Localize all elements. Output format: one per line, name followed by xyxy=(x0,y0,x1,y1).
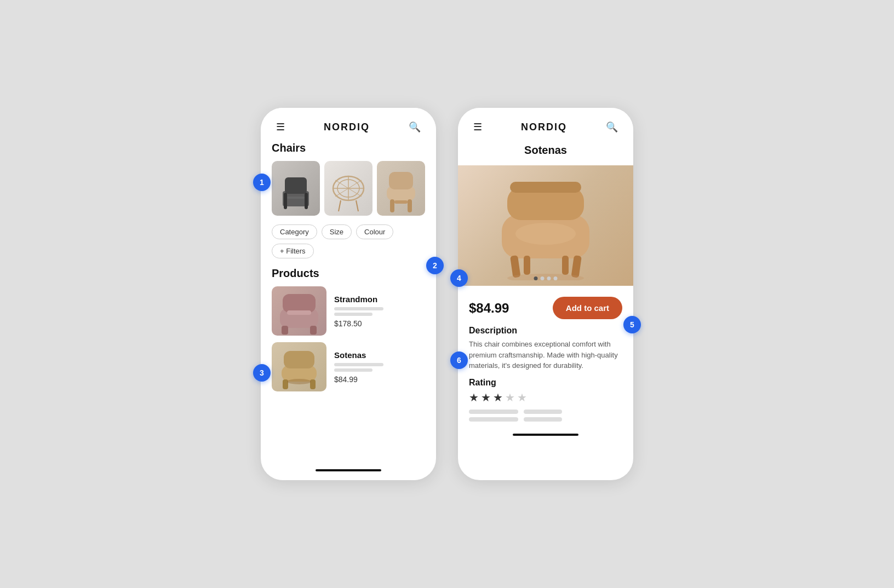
search-icon[interactable]: 🔍 xyxy=(406,119,423,135)
detail-search-icon[interactable]: 🔍 xyxy=(604,119,620,135)
svg-rect-14 xyxy=(389,172,413,189)
svg-point-35 xyxy=(515,223,576,245)
detail-price: $84.99 xyxy=(469,301,509,316)
detail-menu-icon[interactable]: ☰ xyxy=(471,119,484,135)
rating-bar-seg-3 xyxy=(469,417,518,422)
product-name-strandmon: Strandmon xyxy=(334,295,425,304)
rating-bar-seg-1 xyxy=(469,410,518,414)
badge-6: 6 xyxy=(450,351,468,369)
svg-rect-25 xyxy=(283,379,288,389)
star-5: ★ xyxy=(517,391,527,404)
star-3: ★ xyxy=(493,391,503,404)
svg-rect-32 xyxy=(571,255,582,278)
star-2: ★ xyxy=(481,391,491,404)
product-bar-2 xyxy=(334,313,373,316)
rating-bar-row-2 xyxy=(469,417,622,422)
svg-line-12 xyxy=(356,200,358,211)
dot-1 xyxy=(534,276,538,280)
product-bar-4 xyxy=(334,368,373,372)
svg-rect-3 xyxy=(305,193,308,209)
phone-listing-wrapper: 1 2 3 ☰ NORDIQ 🔍 Chairs xyxy=(261,108,436,480)
chair-image-2[interactable] xyxy=(324,161,373,216)
svg-rect-33 xyxy=(524,256,530,275)
filter-bar: Category Size Colour + Filters xyxy=(272,224,425,258)
svg-rect-2 xyxy=(284,193,287,209)
rating-bar-row-1 xyxy=(469,410,622,414)
add-to-cart-button[interactable]: Add to cart xyxy=(553,297,622,319)
svg-rect-31 xyxy=(510,255,520,278)
rating-bar-seg-4 xyxy=(524,417,562,422)
svg-rect-20 xyxy=(282,326,288,335)
product-name-sotenas: Sotenas xyxy=(334,350,425,360)
star-1: ★ xyxy=(469,391,479,404)
badge-3: 3 xyxy=(253,364,271,382)
brand-logo: NORDIQ xyxy=(324,122,370,133)
product-image-sotenas xyxy=(272,342,326,391)
svg-rect-26 xyxy=(310,379,316,389)
badge-1: 1 xyxy=(253,174,271,191)
listing-header: ☰ NORDIQ 🔍 xyxy=(261,108,436,142)
product-price-strandmon: $178.50 xyxy=(334,319,425,328)
price-cart-row: $84.99 Add to cart xyxy=(458,290,633,326)
products-title: Products xyxy=(272,267,425,280)
menu-icon[interactable]: ☰ xyxy=(274,119,287,135)
rating-stars: ★ ★ ★ ★ ★ xyxy=(469,391,622,404)
filter-category[interactable]: Category xyxy=(272,224,317,239)
svg-rect-4 xyxy=(287,197,305,199)
screens-container: 1 2 3 ☰ NORDIQ 🔍 Chairs xyxy=(261,108,633,480)
home-indicator-1 xyxy=(316,469,381,471)
badge-2: 2 xyxy=(426,257,444,274)
badge-5: 5 xyxy=(623,316,641,333)
filter-size[interactable]: Size xyxy=(322,224,352,239)
svg-rect-22 xyxy=(287,310,311,315)
svg-rect-34 xyxy=(562,256,569,275)
svg-rect-30 xyxy=(510,182,581,193)
chair-images-row xyxy=(272,161,425,216)
phone-listing: ☰ NORDIQ 🔍 Chairs xyxy=(261,108,436,480)
description-section: Description This chair combines exceptio… xyxy=(458,326,633,378)
svg-rect-15 xyxy=(390,199,394,212)
product-price-sotenas: $84.99 xyxy=(334,375,425,384)
rating-bars xyxy=(469,410,622,422)
product-bar-3 xyxy=(334,363,383,366)
rating-bar-seg-2 xyxy=(524,410,562,414)
rating-title: Rating xyxy=(469,378,622,388)
svg-rect-1 xyxy=(285,177,307,194)
phone-detail-wrapper: 4 5 6 ☰ NORDIQ 🔍 Sotenas xyxy=(458,108,633,480)
badge-4: 4 xyxy=(450,269,468,287)
product-detail-image[interactable] xyxy=(458,165,633,286)
svg-point-27 xyxy=(287,379,311,384)
svg-rect-21 xyxy=(310,326,317,335)
svg-line-11 xyxy=(339,200,341,211)
filter-colour[interactable]: Colour xyxy=(356,224,393,239)
dot-3 xyxy=(547,276,551,280)
star-4: ★ xyxy=(505,391,515,404)
detail-header: ☰ NORDIQ 🔍 xyxy=(458,108,633,142)
chair-image-3[interactable] xyxy=(377,161,425,216)
category-title: Chairs xyxy=(272,142,425,154)
product-image-strandmon xyxy=(272,286,326,336)
image-dots xyxy=(534,276,558,280)
detail-brand-logo: NORDIQ xyxy=(521,122,567,133)
listing-content: Chairs xyxy=(261,142,436,464)
chair-image-1[interactable] xyxy=(272,161,320,216)
svg-rect-16 xyxy=(408,199,412,212)
phone-detail: ☰ NORDIQ 🔍 Sotenas xyxy=(458,108,633,480)
svg-rect-17 xyxy=(394,200,408,204)
svg-rect-24 xyxy=(284,351,314,368)
description-title: Description xyxy=(469,326,622,336)
product-detail-title: Sotenas xyxy=(458,142,633,161)
svg-rect-19 xyxy=(283,294,316,313)
rating-section: Rating ★ ★ ★ ★ ★ xyxy=(458,378,633,428)
description-text: This chair combines exceptional comfort … xyxy=(469,339,622,371)
home-indicator-2 xyxy=(513,434,578,436)
products-section: Products xyxy=(272,267,425,391)
product-item-strandmon[interactable]: Strandmon $178.50 xyxy=(272,286,425,336)
product-item-sotenas[interactable]: Sotenas $84.99 xyxy=(272,342,425,391)
dot-4 xyxy=(554,276,558,280)
filter-more[interactable]: + Filters xyxy=(272,244,314,258)
product-bar-1 xyxy=(334,307,383,310)
dot-2 xyxy=(541,276,545,280)
product-info-strandmon: Strandmon $178.50 xyxy=(334,295,425,328)
product-info-sotenas: Sotenas $84.99 xyxy=(334,350,425,384)
